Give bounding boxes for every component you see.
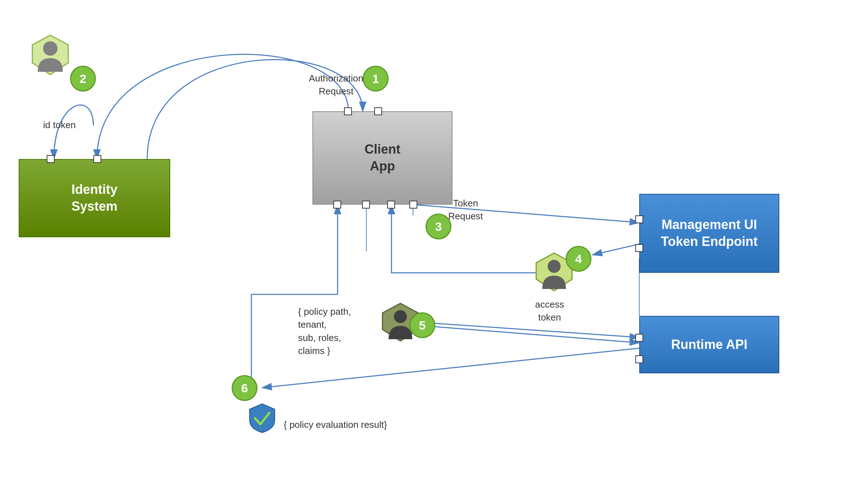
- client-conn-bottom-4: [409, 201, 417, 209]
- svg-point-8: [43, 41, 57, 56]
- svg-point-10: [548, 260, 561, 273]
- label-token-request: TokenRequest: [448, 197, 483, 223]
- client-conn-bottom-1: [333, 201, 341, 209]
- runtime-conn-left-1: [635, 334, 643, 342]
- arrow-1-arc: [97, 54, 348, 159]
- badge-1: 1: [363, 66, 389, 92]
- identity-conn-top-right: [93, 155, 101, 163]
- management-ui-box: Management UIToken Endpoint: [639, 194, 779, 273]
- svg-point-12: [394, 310, 407, 323]
- diagram-container: IdentitySystem ClientApp Management UITo…: [0, 0, 868, 481]
- client-conn-top-right: [374, 107, 382, 115]
- shield-policy-icon: [248, 402, 277, 436]
- badge-4: 4: [566, 246, 591, 272]
- label-policy-result: { policy evaluation result}: [284, 418, 387, 431]
- runtime-api-label: Runtime API: [671, 336, 748, 353]
- user-icon-topleft: [29, 32, 72, 80]
- mgmt-conn-left-2: [635, 244, 643, 252]
- client-conn-top-left: [344, 107, 352, 115]
- client-app-label: ClientApp: [365, 141, 400, 175]
- management-ui-label: Management UIToken Endpoint: [661, 216, 757, 250]
- identity-system-label: IdentitySystem: [71, 181, 117, 215]
- client-app-box: ClientApp: [312, 111, 452, 205]
- badge-5: 5: [409, 312, 435, 338]
- badge-3: 3: [426, 214, 451, 239]
- client-conn-bottom-3: [387, 201, 395, 209]
- mgmt-conn-left-1: [635, 215, 643, 223]
- client-conn-bottom-2: [362, 201, 370, 209]
- identity-system-box: IdentitySystem: [19, 159, 170, 237]
- badge-6: 6: [232, 375, 257, 401]
- label-auth-request: AuthorizationRequest: [309, 72, 363, 98]
- identity-conn-top-left: [47, 155, 55, 163]
- label-id-token: id token: [43, 118, 76, 131]
- runtime-conn-left-2: [635, 355, 643, 363]
- badge-2: 2: [70, 66, 96, 92]
- label-access-token: accesstoken: [535, 298, 564, 324]
- runtime-api-box: Runtime API: [639, 316, 779, 373]
- label-policy-data: { policy path, tenant, sub, roles, claim…: [298, 305, 351, 358]
